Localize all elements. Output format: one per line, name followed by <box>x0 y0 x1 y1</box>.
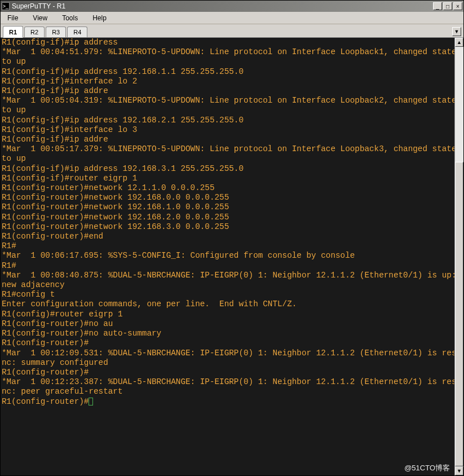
tab-r3[interactable]: R3 <box>46 27 66 37</box>
tab-r4[interactable]: R4 <box>67 27 87 37</box>
minimize-button[interactable]: _ <box>433 2 442 10</box>
scroll-up-button[interactable]: ▲ <box>455 38 463 47</box>
tab-strip: R1 R2 R3 R4 ▼ <box>1 24 463 38</box>
scroll-track[interactable] <box>455 47 463 466</box>
tabs-dropdown-button[interactable]: ▼ <box>452 27 461 36</box>
app-icon: >_ <box>2 2 10 10</box>
close-button[interactable]: × <box>453 2 462 10</box>
vertical-scrollbar[interactable]: ▲ ▼ <box>454 38 463 475</box>
menu-view[interactable]: View <box>29 13 51 23</box>
tab-r1[interactable]: R1 <box>3 26 23 38</box>
menu-file[interactable]: File <box>4 13 21 23</box>
app-window: >_ SuperPuTTY - R1 _ □ × File View Tools… <box>0 0 464 476</box>
menu-bar: File View Tools Help <box>1 12 463 24</box>
terminal-pane: R1(config-if)#ip address *Mar 1 00:04:51… <box>1 38 463 475</box>
tab-r2[interactable]: R2 <box>24 27 45 37</box>
terminal-cursor <box>89 398 93 406</box>
title-bar[interactable]: >_ SuperPuTTY - R1 _ □ × <box>1 1 463 12</box>
window-title: SuperPuTTY - R1 <box>12 2 433 10</box>
scroll-thumb[interactable] <box>455 162 463 466</box>
terminal-output[interactable]: R1(config-if)#ip address *Mar 1 00:04:51… <box>1 38 463 475</box>
menu-help[interactable]: Help <box>89 13 110 23</box>
maximize-button[interactable]: □ <box>443 2 452 10</box>
window-controls: _ □ × <box>433 2 462 10</box>
menu-tools[interactable]: Tools <box>59 13 81 23</box>
scroll-down-button[interactable]: ▼ <box>455 466 463 475</box>
